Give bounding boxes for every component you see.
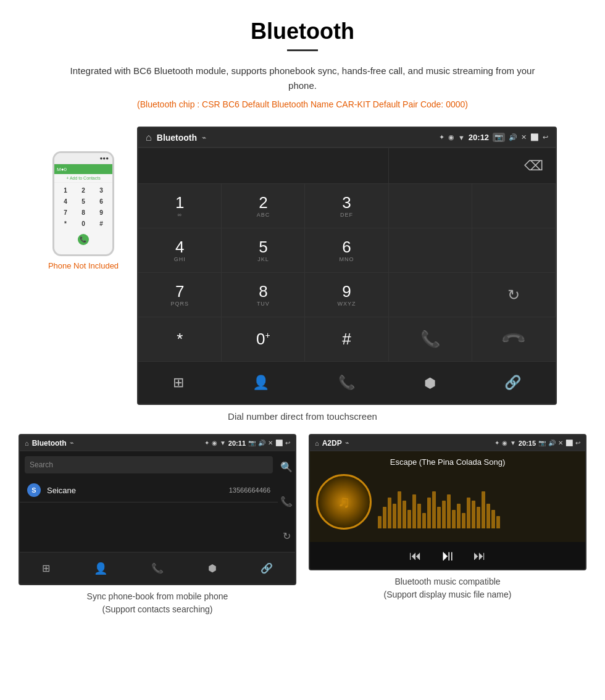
search-right-icon[interactable]: 🔍 bbox=[280, 461, 293, 473]
pb-time: 20:11 bbox=[228, 440, 246, 447]
phone-icon[interactable]: 📞 bbox=[338, 375, 355, 391]
main-dial-section: ●●● M●0 + Add to Contacts 1 2 3 4 5 6 7 … bbox=[0, 127, 605, 405]
person-icon-pb[interactable]: 👤 bbox=[94, 562, 107, 575]
visualizer-bar bbox=[452, 510, 456, 528]
dial-key-0[interactable]: 0+ bbox=[222, 317, 305, 362]
dial-key-star[interactable]: * bbox=[138, 317, 222, 362]
dial-key-8[interactable]: 8 TUV bbox=[222, 273, 305, 317]
back-icon-pb: ↩ bbox=[285, 440, 290, 446]
refresh-right-icon[interactable]: ↻ bbox=[283, 530, 291, 542]
phone-green-text: M●0 bbox=[57, 167, 67, 172]
close-icon[interactable]: ✕ bbox=[521, 133, 527, 141]
phone-key: 6 bbox=[93, 196, 110, 207]
album-art-wrapper: ♫ bbox=[316, 474, 372, 530]
dial-key-hash[interactable]: # bbox=[305, 317, 388, 362]
phone-key: 0 bbox=[75, 219, 92, 229]
visualizer-bar bbox=[467, 498, 470, 528]
visualizer-bar bbox=[378, 516, 382, 528]
bluetooth-icon[interactable]: ⬢ bbox=[424, 375, 436, 391]
location-icon: ◉ bbox=[448, 133, 454, 141]
dial-icon[interactable]: ⊞ bbox=[173, 375, 184, 391]
loc-icon-pb: ◉ bbox=[212, 440, 217, 446]
bottom-screenshots: ⌂ Bluetooth ⌁ ✦ ◉ ▼ 20:11 📷 🔊 ✕ ⬜ ↩ bbox=[0, 434, 605, 616]
visualizer-bar bbox=[442, 501, 446, 528]
phone-key: 7 bbox=[57, 207, 74, 218]
dial-key-4[interactable]: 4 GHI bbox=[138, 228, 222, 273]
visualizer-bar bbox=[412, 494, 416, 528]
contacts-icon[interactable]: 👤 bbox=[252, 375, 269, 391]
win-icon-mu: ⬜ bbox=[565, 440, 573, 446]
home-icon-mu[interactable]: ⌂ bbox=[315, 440, 319, 447]
home-icon-pb[interactable]: ⌂ bbox=[25, 440, 29, 447]
phonebook-search-bar[interactable]: Search bbox=[25, 456, 273, 473]
call-green-button[interactable]: 📞 bbox=[389, 317, 472, 362]
key-letters: JKL bbox=[257, 256, 269, 262]
dial-key-2[interactable]: 2 ABC bbox=[222, 184, 305, 228]
visualizer-bar bbox=[407, 510, 411, 528]
contact-number: 13566664466 bbox=[229, 486, 270, 494]
dial-key-7[interactable]: 7 PQRS bbox=[138, 273, 222, 317]
vol-icon-mu: 🔊 bbox=[548, 440, 556, 446]
phone-demo: ●●● M●0 + Add to Contacts 1 2 3 4 5 6 7 … bbox=[48, 151, 119, 270]
dial-display bbox=[138, 148, 389, 184]
bt-icon-bottom-pb[interactable]: ⬢ bbox=[208, 562, 217, 574]
visualizer-bar bbox=[491, 510, 495, 528]
refresh-button[interactable]: ↻ bbox=[472, 273, 556, 317]
empty-cell bbox=[389, 228, 472, 273]
dial-key-9[interactable]: 9 WXYZ bbox=[305, 273, 388, 317]
play-pause-icon[interactable]: ⏯ bbox=[440, 547, 455, 564]
visualizer-bar bbox=[417, 504, 421, 528]
dial-key-5[interactable]: 5 JKL bbox=[222, 228, 305, 273]
contact-row[interactable]: S Seicane 13566664466 bbox=[20, 478, 278, 502]
music-visualizer bbox=[378, 474, 579, 530]
wifi-icon-pb: ▼ bbox=[220, 440, 226, 446]
home-icon[interactable]: ⌂ bbox=[146, 132, 152, 143]
grid-icon-pb[interactable]: ⊞ bbox=[42, 562, 50, 574]
music-container: ⌂ A2DP ⌁ ✦ ◉ ▼ 20:15 📷 🔊 ✕ ⬜ ↩ bbox=[309, 434, 586, 616]
pb-title: Bluetooth bbox=[32, 439, 67, 448]
key-letters: DEF bbox=[340, 212, 353, 218]
statusbar-title: Bluetooth bbox=[157, 133, 197, 143]
window-icon[interactable]: ⬜ bbox=[530, 133, 539, 141]
visualizer-bar bbox=[486, 504, 490, 528]
phonebook-statusbar: ⌂ Bluetooth ⌁ ✦ ◉ ▼ 20:11 📷 🔊 ✕ ⬜ ↩ bbox=[20, 435, 295, 451]
next-icon[interactable]: ⏭ bbox=[474, 549, 486, 563]
phonebook-container: ⌂ Bluetooth ⌁ ✦ ◉ ▼ 20:11 📷 🔊 ✕ ⬜ ↩ bbox=[19, 434, 296, 616]
dial-caption: Dial number direct from touchscreen bbox=[0, 411, 605, 422]
volume-icon[interactable]: 🔊 bbox=[509, 133, 517, 141]
camera-icon[interactable]: 📷 bbox=[493, 133, 505, 142]
key-letters: GHI bbox=[174, 256, 186, 262]
phonebook-bottom-bar: ⊞ 👤 📞 ⬢ 🔗 bbox=[20, 552, 295, 584]
music-content: Escape (The Pina Colada Song) ♫ bbox=[310, 451, 585, 542]
key-number: 9 bbox=[342, 283, 351, 301]
key-letters: ABC bbox=[257, 212, 270, 218]
backspace-icon: ⌫ bbox=[524, 158, 543, 174]
loc-icon-mu: ◉ bbox=[502, 440, 507, 446]
link-icon[interactable]: 🔗 bbox=[504, 375, 521, 391]
call-red-button[interactable]: 📞 bbox=[472, 317, 556, 362]
visualizer-bar bbox=[437, 507, 441, 528]
dial-backspace[interactable]: ⌫ bbox=[389, 148, 556, 184]
key-number: 4 bbox=[175, 238, 184, 256]
link-icon-pb[interactable]: 🔗 bbox=[261, 562, 273, 574]
empty-cell bbox=[389, 184, 472, 228]
key-letters: MNO bbox=[340, 256, 354, 262]
dial-key-1[interactable]: 1 ∞ bbox=[138, 184, 222, 228]
prev-icon[interactable]: ⏮ bbox=[409, 549, 422, 563]
usb-icon: ⌁ bbox=[202, 133, 206, 142]
dial-key-3[interactable]: 3 DEF bbox=[305, 184, 388, 228]
key-number: 5 bbox=[259, 238, 267, 256]
phone-icon-pb[interactable]: 📞 bbox=[151, 562, 164, 574]
key-number: * bbox=[177, 330, 183, 348]
phone-not-included-label: Phone Not Included bbox=[48, 261, 119, 270]
statusbar-left-pb: ⌂ Bluetooth ⌁ bbox=[25, 439, 74, 448]
phone-add-contact: + Add to Contacts bbox=[54, 174, 112, 183]
wifi-icon-mu: ▼ bbox=[510, 440, 516, 446]
visualizer-bar bbox=[447, 494, 451, 528]
call-right-icon[interactable]: 📞 bbox=[280, 496, 293, 507]
key-letters: WXYZ bbox=[338, 301, 356, 307]
bt-status-icon: ✦ bbox=[439, 133, 444, 141]
back-icon[interactable]: ↩ bbox=[543, 133, 548, 141]
call-green-icon: 📞 bbox=[420, 330, 440, 349]
dial-key-6[interactable]: 6 MNO bbox=[305, 228, 388, 273]
